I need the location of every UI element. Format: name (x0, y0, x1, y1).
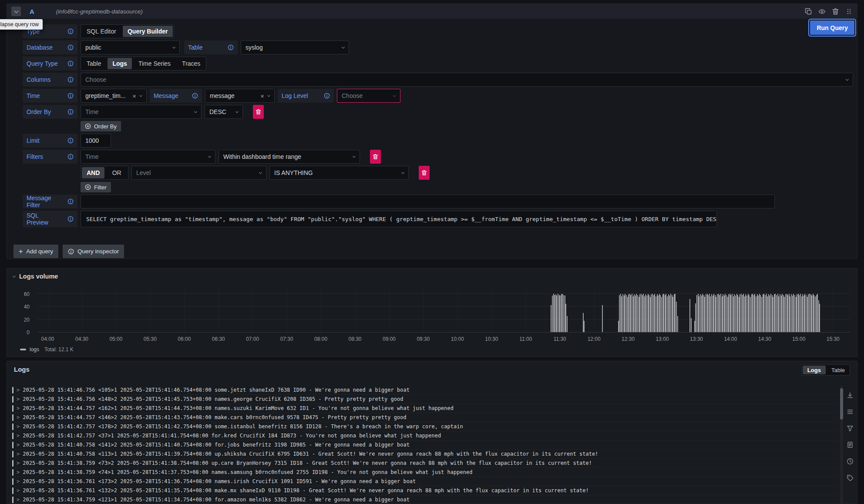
x-tick-label: 12:30 (622, 336, 635, 342)
expand-log-icon[interactable]: > (17, 405, 20, 411)
and-option[interactable]: AND (82, 167, 104, 178)
logs-document-icon[interactable] (847, 441, 854, 448)
info-icon[interactable] (67, 60, 74, 67)
info-icon[interactable] (324, 93, 330, 99)
collapse-query-row-button[interactable] (11, 7, 21, 16)
remove-order-by-button[interactable] (253, 105, 264, 119)
expand-log-icon[interactable]: > (17, 497, 20, 503)
info-icon[interactable] (67, 109, 74, 115)
filter-field-select[interactable]: Time (81, 150, 215, 164)
table-view-option[interactable]: Table (827, 365, 850, 375)
add-filter-button[interactable]: Filter (81, 182, 111, 192)
query-ref-id: A (30, 8, 34, 15)
info-icon[interactable] (67, 28, 74, 34)
run-query-button[interactable]: Run Query (810, 20, 854, 35)
info-icon[interactable] (67, 77, 74, 83)
log-row[interactable]: >2025-05-28 15:41:46.756 <105>1 2025-05-… (10, 386, 837, 395)
clear-icon[interactable]: × (260, 93, 264, 99)
x-tick-label: 08:30 (349, 336, 362, 342)
remove-filter-button[interactable] (370, 150, 381, 164)
database-select[interactable]: public (81, 40, 180, 54)
filter-level-select[interactable]: Level (131, 166, 266, 180)
tab-query-builder[interactable]: Query Builder (123, 26, 173, 37)
info-icon[interactable] (67, 154, 74, 160)
log-row[interactable]: >2025-05-28 15:41:42.757 <178>2 2025-05-… (10, 422, 837, 431)
info-icon[interactable] (67, 93, 74, 99)
log-row[interactable]: >2025-05-28 15:41:44.757 <162>1 2025-05-… (10, 404, 837, 413)
add-order-by-button[interactable]: Order By (81, 121, 121, 131)
table-select[interactable]: syslog (241, 40, 349, 54)
legend-series-name[interactable]: logs (30, 346, 39, 353)
message-column-select[interactable]: message × (205, 89, 275, 103)
duplicate-query-icon[interactable] (805, 8, 812, 15)
log-row[interactable]: >2025-05-28 15:41:44.757 <146>2 2025-05-… (10, 413, 837, 422)
time-column-select[interactable]: greptime_tim... × (81, 89, 147, 103)
expand-log-icon[interactable]: > (17, 487, 20, 494)
expand-log-icon[interactable]: > (17, 396, 20, 402)
expand-log-icon[interactable]: > (17, 460, 20, 466)
expand-log-icon[interactable]: > (17, 442, 20, 448)
clock-icon[interactable] (847, 458, 854, 465)
log-row[interactable]: >2025-05-28 15:41:40.758 <141>2 2025-05-… (10, 440, 837, 450)
expand-log-icon[interactable]: > (17, 469, 20, 475)
collapse-section-icon[interactable] (13, 274, 16, 277)
delete-query-icon[interactable] (832, 8, 839, 15)
info-icon[interactable] (67, 138, 74, 144)
filter-match-select[interactable]: IS ANYTHING (269, 166, 409, 180)
info-icon[interactable] (67, 216, 74, 222)
limit-input[interactable]: 1000 (81, 134, 111, 148)
tab-logs[interactable]: Logs (108, 58, 131, 69)
log-row[interactable]: >2025-05-28 15:41:42.757 <37>1 2025-05-2… (10, 431, 837, 440)
volume-bar (654, 294, 655, 332)
tab-table[interactable]: Table (81, 57, 107, 70)
or-option[interactable]: OR (105, 166, 128, 179)
add-query-button[interactable]: + Add query (13, 245, 58, 258)
message-filter-input[interactable] (81, 195, 775, 208)
volume-bar (800, 294, 801, 332)
columns-select[interactable]: Choose (81, 73, 853, 87)
expand-log-icon[interactable]: > (17, 451, 20, 457)
filter-icon[interactable] (847, 425, 854, 432)
tab-sql-editor[interactable]: SQL Editor (81, 25, 122, 38)
legend-swatch (20, 349, 26, 350)
log-row[interactable]: >2025-05-28 15:41:38.759 <73>2 2025-05-2… (10, 459, 837, 468)
log-row[interactable]: >2025-05-28 15:41:34.759 <121>1 2025-05-… (10, 495, 837, 504)
volume-bar (677, 316, 678, 332)
log-row[interactable]: >2025-05-28 15:41:36.761 <173>2 2025-05-… (10, 477, 837, 486)
expand-log-icon[interactable]: > (17, 387, 20, 393)
tab-traces[interactable]: Traces (176, 57, 206, 70)
expand-log-icon[interactable]: > (17, 414, 20, 420)
order-by-field-select[interactable]: Time (81, 105, 202, 119)
chevron-down-icon (259, 171, 262, 174)
volume-bar (723, 294, 723, 332)
log-row[interactable]: >2025-05-28 15:41:38.759 <74>1 2025-05-2… (10, 468, 837, 477)
log-row-text: 2025-05-28 15:41:46.756 <105>1 2025-05-2… (23, 387, 410, 393)
download-icon[interactable] (847, 392, 854, 399)
query-inspector-button[interactable]: Query inspector (63, 245, 124, 258)
list-icon[interactable] (847, 408, 854, 415)
tag-icon[interactable] (847, 474, 854, 481)
expand-log-icon[interactable]: > (17, 478, 20, 484)
info-icon[interactable] (228, 44, 234, 50)
log-row[interactable]: >2025-05-28 15:41:40.758 <113>1 2025-05-… (10, 450, 837, 459)
remove-condition-button[interactable] (419, 166, 430, 180)
info-icon[interactable] (192, 93, 198, 99)
logs-scrollbar[interactable] (840, 386, 843, 504)
log-row[interactable]: >2025-05-28 15:41:36.761 <132>2 2025-05-… (10, 486, 837, 495)
log-row[interactable]: >2025-05-28 15:41:46.756 <148>2 2025-05-… (10, 395, 837, 404)
log-level-select[interactable]: Choose (337, 89, 400, 103)
order-direction-select[interactable]: DESC (205, 105, 243, 119)
logs-view-option[interactable]: Logs (803, 366, 826, 374)
filter-operator-select[interactable]: Within dashboard time range (219, 150, 360, 164)
expand-log-icon[interactable]: > (17, 423, 20, 430)
clear-icon[interactable]: × (132, 93, 136, 99)
info-icon[interactable] (67, 198, 74, 205)
tab-time-series[interactable]: Time Series (133, 57, 176, 70)
drag-handle-icon[interactable] (845, 8, 853, 15)
chevron-down-icon (172, 45, 175, 48)
volume-bar (761, 297, 762, 332)
toggle-visibility-icon[interactable] (818, 8, 826, 15)
scrollbar-thumb[interactable] (840, 388, 843, 420)
expand-log-icon[interactable]: > (17, 433, 20, 439)
info-icon[interactable] (67, 44, 74, 50)
